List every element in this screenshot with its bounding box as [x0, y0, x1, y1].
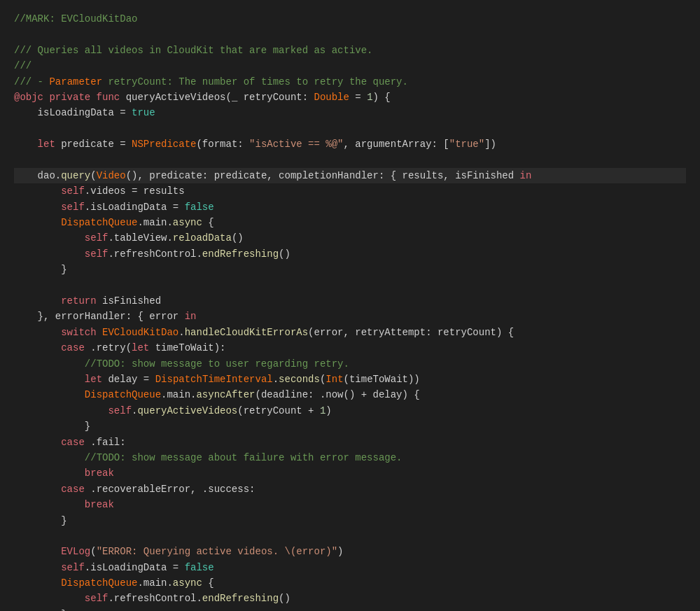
line-21: switch EVCloudKitDao.handleCloudKitError…	[14, 325, 686, 340]
line-26: self.queryActiveVideos(retryCount + 1)	[14, 403, 686, 419]
line-34	[14, 528, 686, 544]
line-2	[14, 27, 686, 42]
line-12: self.videos = results	[14, 183, 686, 199]
line-28: case .fail:	[14, 435, 686, 450]
line-25: DispatchQueue.main.asyncAfter(deadline: …	[14, 387, 686, 402]
line-32: break	[14, 497, 686, 512]
line-6: @objc private func queryActiveVideos(_ r…	[14, 90, 686, 105]
line-13: self.isLoadingData = false	[14, 199, 686, 215]
line-1: //MARK: EVCloudKitDao	[14, 11, 686, 27]
line-9: let predicate = NSPredicate(format: "isA…	[14, 136, 686, 152]
line-18	[14, 278, 686, 293]
line-33: }	[14, 513, 686, 528]
line-31: case .recoverableError, .success:	[14, 482, 686, 497]
line-37: DispatchQueue.main.async {	[14, 575, 686, 591]
line-19: return isFinished	[14, 293, 686, 309]
line-38: self.refreshControl.endRefreshing()	[14, 591, 686, 606]
line-20: }, errorHandler: { error in	[14, 309, 686, 324]
line-5: /// - Parameter retryCount: The number o…	[14, 74, 686, 90]
line-8	[14, 121, 686, 136]
line-16: self.refreshControl.endRefreshing()	[14, 246, 686, 262]
line-17: }	[14, 262, 686, 277]
line-14: DispatchQueue.main.async {	[14, 215, 686, 230]
line-36: self.isLoadingData = false	[14, 560, 686, 575]
line-23: //TODO: show message to user regarding r…	[14, 356, 686, 372]
code-editor: //MARK: EVCloudKitDao /// Queries all vi…	[0, 0, 700, 611]
line-35: EVLog("ERROR: Querying active videos. \(…	[14, 544, 686, 559]
line-29: //TODO: show message about failure with …	[14, 450, 686, 465]
line-39: }	[14, 607, 686, 611]
line-24: let delay = DispatchTimeInterval.seconds…	[14, 372, 686, 387]
line-7: isLoadingData = true	[14, 105, 686, 120]
line-15: self.tableView.reloadData()	[14, 230, 686, 246]
line-30: break	[14, 465, 686, 481]
line-22: case .retry(let timeToWait):	[14, 340, 686, 356]
line-27: }	[14, 419, 686, 434]
line-10	[14, 153, 686, 168]
line-3: /// Queries all videos in CloudKit that …	[14, 43, 686, 58]
line-4: ///	[14, 58, 686, 73]
line-11: dao.query(Video(), predicate: predicate,…	[14, 168, 686, 183]
